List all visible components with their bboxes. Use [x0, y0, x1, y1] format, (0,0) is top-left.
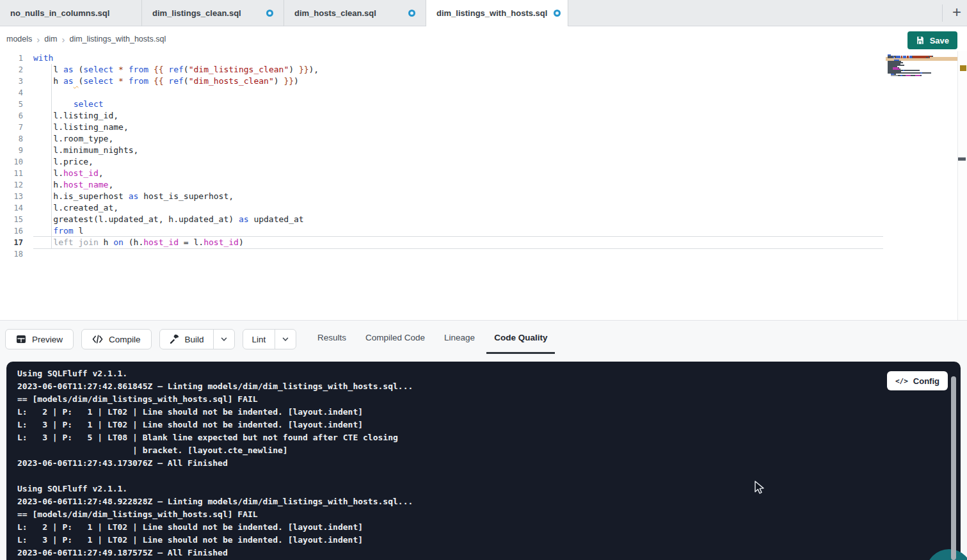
build-dropdown-button[interactable]	[213, 330, 234, 349]
file-tab-label: dim_listings_with_hosts.sql	[436, 8, 547, 18]
file-tab-label: dim_hosts_clean.sql	[294, 8, 376, 18]
code-line[interactable]: 10 l.price,	[0, 156, 883, 168]
hammer-icon	[169, 334, 179, 344]
breadcrumb-bar: models›dim›dim_listings_with_hosts.sql S…	[0, 27, 967, 51]
line-number: 14	[0, 202, 23, 214]
build-button[interactable]: Build	[160, 330, 213, 349]
code-line[interactable]: 8 l.room_type,	[0, 133, 883, 145]
code-editor[interactable]: 1with2 l as (select * from {{ ref("dim_l…	[0, 51, 967, 320]
save-button[interactable]: Save	[907, 31, 957, 49]
line-number: 17	[0, 237, 23, 248]
code-line[interactable]: 9 l.minimum_nights,	[0, 145, 883, 156]
code-line[interactable]: 17 left join h on (h.host_id = l.host_id…	[0, 237, 883, 248]
save-icon	[916, 36, 925, 45]
code-line-text: l.price,	[33, 156, 883, 168]
file-tab[interactable]: dim_hosts_clean.sql	[284, 0, 426, 26]
compile-button[interactable]: Compile	[81, 329, 152, 349]
line-number: 18	[0, 248, 23, 260]
annotation-scrollbar[interactable]	[957, 51, 967, 320]
breadcrumb-item[interactable]: dim	[44, 35, 57, 44]
table-icon	[16, 334, 26, 344]
panel-tab-lineage[interactable]: Lineage	[436, 321, 483, 354]
line-number: 4	[0, 87, 23, 99]
code-line[interactable]: 13 h.is_superhost as host_is_superhost,	[0, 191, 883, 202]
code-line-text: h.host_name,	[33, 179, 883, 191]
code-icon	[92, 335, 103, 344]
code-line[interactable]: 7 l.listing_name,	[0, 122, 883, 133]
line-number: 1	[0, 52, 23, 64]
code-line-text: l.created_at,	[33, 202, 883, 214]
line-number: 11	[0, 168, 23, 179]
preview-button[interactable]: Preview	[5, 329, 74, 349]
code-line[interactable]: 16 from l	[0, 225, 883, 237]
code-line-text: left join h on (h.host_id = l.host_id)	[33, 237, 883, 248]
minimap-rows	[888, 54, 954, 77]
lint-split-button: Lint	[243, 329, 297, 349]
config-button[interactable]: </> Config	[887, 371, 948, 390]
line-number: 10	[0, 156, 23, 168]
panel-tab-label: Code Quality	[494, 333, 547, 342]
lint-button[interactable]: Lint	[243, 330, 275, 349]
chevron-down-icon	[281, 335, 290, 344]
action-bar: Preview Compile Build	[5, 329, 296, 349]
code-line[interactable]: 3 h as (select * from {{ ref("dim_hosts_…	[0, 76, 883, 87]
code-line[interactable]: 11 l.host_id,	[0, 168, 883, 179]
code-line[interactable]: 5 select	[0, 99, 883, 110]
breadcrumb-separator-icon: ›	[61, 35, 65, 44]
code-line-text: select	[33, 99, 883, 110]
unsaved-changes-icon	[408, 10, 415, 17]
code-line-text	[33, 87, 883, 99]
code-quality-console: Using SQLFluff v2.1.1. 2023-06-06T11:27:…	[6, 362, 961, 560]
unsaved-changes-icon	[554, 10, 561, 17]
breadcrumb: models›dim›dim_listings_with_hosts.sql	[6, 27, 166, 51]
build-split-button: Build	[159, 329, 235, 349]
lint-button-label: Lint	[252, 335, 266, 344]
file-tab[interactable]: no_nulls_in_columns.sql	[0, 0, 142, 26]
code-line-text: h.is_superhost as host_is_superhost,	[33, 191, 883, 202]
breadcrumb-separator-icon: ›	[36, 35, 40, 44]
file-tab-label: no_nulls_in_columns.sql	[10, 8, 109, 18]
file-tab[interactable]: dim_listings_with_hosts.sql	[426, 0, 568, 26]
ide-window: no_nulls_in_columns.sqldim_listings_clea…	[0, 0, 967, 560]
line-number: 8	[0, 133, 23, 145]
breadcrumb-item[interactable]: models	[6, 35, 32, 44]
panel-tab-label: Lineage	[444, 333, 475, 342]
panel-tab-results[interactable]: Results	[310, 321, 354, 354]
code-line[interactable]: 2 l as (select * from {{ ref("dim_listin…	[0, 64, 883, 76]
line-number: 12	[0, 179, 23, 191]
file-tab[interactable]: dim_listings_clean.sql	[142, 0, 284, 26]
code-line-text: l.room_type,	[33, 133, 883, 145]
save-button-label: Save	[930, 36, 949, 45]
code-line[interactable]: 6 l.listing_id,	[0, 110, 883, 122]
code-line-text: l.host_id,	[33, 168, 883, 179]
config-button-label: Config	[913, 376, 939, 386]
code-line[interactable]: 12 h.host_name,	[0, 179, 883, 191]
minimap[interactable]	[888, 54, 954, 77]
code-line-text: from l	[33, 225, 883, 237]
code-line-text: l as (select * from {{ ref("dim_listings…	[33, 64, 883, 76]
code-line[interactable]: 14 l.created_at,	[0, 202, 883, 214]
panel-tab-code-quality[interactable]: Code Quality	[486, 321, 555, 354]
code-line[interactable]: 15 greatest(l.updated_at, h.updated_at) …	[0, 214, 883, 225]
code-line[interactable]: 4	[0, 87, 883, 99]
panel-tab-compiled-code[interactable]: Compiled Code	[358, 321, 433, 354]
indent-guide	[51, 64, 52, 248]
breadcrumb-item[interactable]: dim_listings_with_hosts.sql	[69, 35, 166, 44]
new-tab-button[interactable]: +	[947, 3, 966, 23]
code-line[interactable]: 1with	[0, 52, 883, 64]
line-number: 6	[0, 110, 23, 122]
editor-scroll-thumb[interactable]	[958, 157, 966, 161]
code-line-text: greatest(l.updated_at, h.updated_at) as …	[33, 214, 883, 225]
lint-dropdown-button[interactable]	[275, 330, 296, 349]
line-number: 9	[0, 145, 23, 156]
code-line[interactable]: 18	[0, 248, 883, 260]
line-number: 13	[0, 191, 23, 202]
terminal-scroll-thumb[interactable]	[951, 376, 956, 560]
code-line-text	[33, 248, 883, 260]
preview-button-label: Preview	[32, 335, 63, 344]
terminal-output: Using SQLFluff v2.1.1. 2023-06-06T11:27:…	[17, 367, 413, 559]
file-tab-label: dim_listings_clean.sql	[152, 8, 241, 18]
panel-tab-label: Compiled Code	[365, 333, 425, 342]
panel-tab-label: Results	[317, 333, 346, 342]
tab-bar-divider	[942, 4, 943, 22]
